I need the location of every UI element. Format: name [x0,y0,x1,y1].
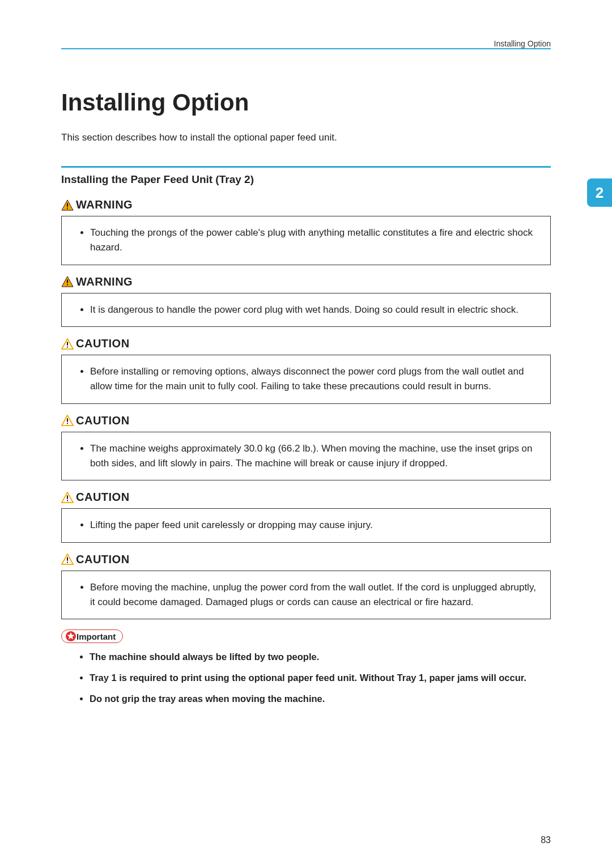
alert-heading: CAUTION [61,553,551,566]
alert-heading: CAUTION [61,414,551,427]
alert-list: Lifting the paper feed unit carelessly o… [78,518,540,533]
important-item: Tray 1 is required to print using the op… [90,671,551,685]
important-item: The machine should always be lifted by t… [90,650,551,664]
alert-list: Touching the prongs of the power cable's… [78,225,540,256]
warning-triangle-icon [61,276,74,287]
alert-box: Lifting the paper feed unit carelessly o… [61,508,551,542]
intro-paragraph: This section describes how to install th… [61,132,551,143]
alert-heading: WARNING [61,198,551,211]
alert-type-label: WARNING [76,198,133,211]
alert-list: Before moving the machine, unplug the po… [78,580,540,610]
running-header: Installing Option [61,36,551,48]
svg-rect-8 [67,495,68,499]
alert-item: The machine weighs approximately 30.0 kg… [90,441,540,471]
alert-list: Before installing or removing options, a… [78,364,540,394]
alert-box: It is dangerous to handle the power cord… [61,293,551,327]
svg-rect-10 [67,558,68,561]
page-number: 83 [541,835,551,845]
alert-box: Before moving the machine, unplug the po… [61,571,551,620]
alert-type-label: CAUTION [76,491,130,504]
important-callout: Important [61,629,551,643]
svg-rect-3 [67,284,68,286]
alert-item: Touching the prongs of the power cable's… [90,225,540,256]
svg-rect-6 [67,419,68,422]
alert-type-label: CAUTION [76,553,130,566]
alert-box: Touching the prongs of the power cable's… [61,216,551,265]
important-pill: Important [61,629,123,643]
svg-rect-9 [67,500,68,501]
alert-box: The machine weighs approximately 30.0 kg… [61,432,551,481]
alert-heading: CAUTION [61,337,551,350]
important-item: Do not grip the tray areas when moving t… [90,692,551,706]
alert-heading: CAUTION [61,491,551,504]
svg-rect-11 [67,562,68,563]
alert-box: Before installing or removing options, a… [61,355,551,404]
svg-rect-1 [67,207,68,209]
alert-item: It is dangerous to handle the power cord… [90,303,540,317]
alert-type-label: CAUTION [76,414,130,427]
caution-triangle-icon [61,554,74,565]
svg-rect-7 [67,423,68,424]
warning-triangle-icon [61,199,74,211]
section-heading: Installing the Paper Feed Unit (Tray 2) [61,173,551,186]
caution-triangle-icon [61,338,74,350]
svg-rect-0 [67,203,68,206]
alert-list: The machine weighs approximately 30.0 kg… [78,441,540,471]
alert-heading: WARNING [61,275,551,288]
star-icon [65,631,76,642]
svg-rect-4 [67,342,68,345]
alert-type-label: WARNING [76,275,133,288]
svg-rect-5 [67,346,68,347]
important-list: The machine should always be lifted by t… [61,650,551,705]
chapter-tab: 2 [587,178,612,207]
alert-item: Lifting the paper feed unit carelessly o… [90,518,540,533]
caution-triangle-icon [61,415,74,426]
svg-rect-2 [67,280,68,283]
header-divider [61,48,551,49]
page-title: Installing Option [61,89,551,116]
alert-item: Before moving the machine, unplug the po… [90,580,540,610]
alert-item: Before installing or removing options, a… [90,364,540,394]
alert-type-label: CAUTION [76,337,130,350]
section-divider [61,166,551,168]
alert-list: It is dangerous to handle the power cord… [78,303,540,317]
caution-triangle-icon [61,492,74,503]
important-label: Important [76,632,116,641]
